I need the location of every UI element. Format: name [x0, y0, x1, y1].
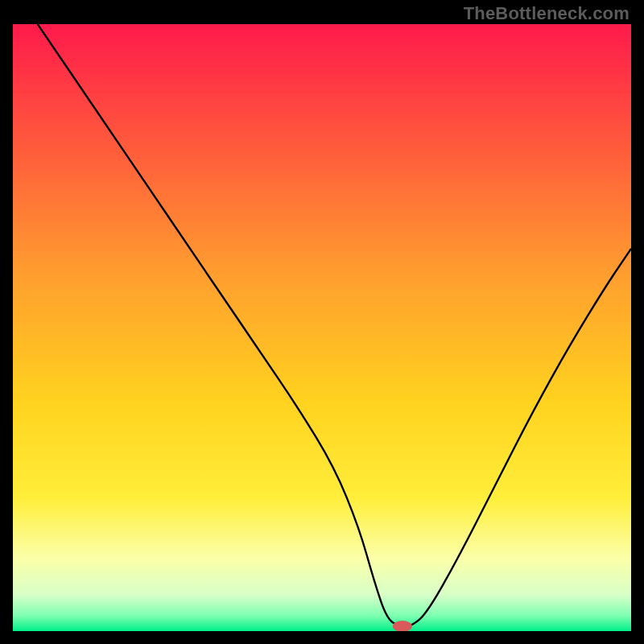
bottleneck-chart	[13, 24, 631, 631]
chart-frame	[13, 24, 631, 631]
gradient-background	[13, 24, 631, 631]
watermark-text: TheBottleneck.com	[464, 3, 630, 24]
